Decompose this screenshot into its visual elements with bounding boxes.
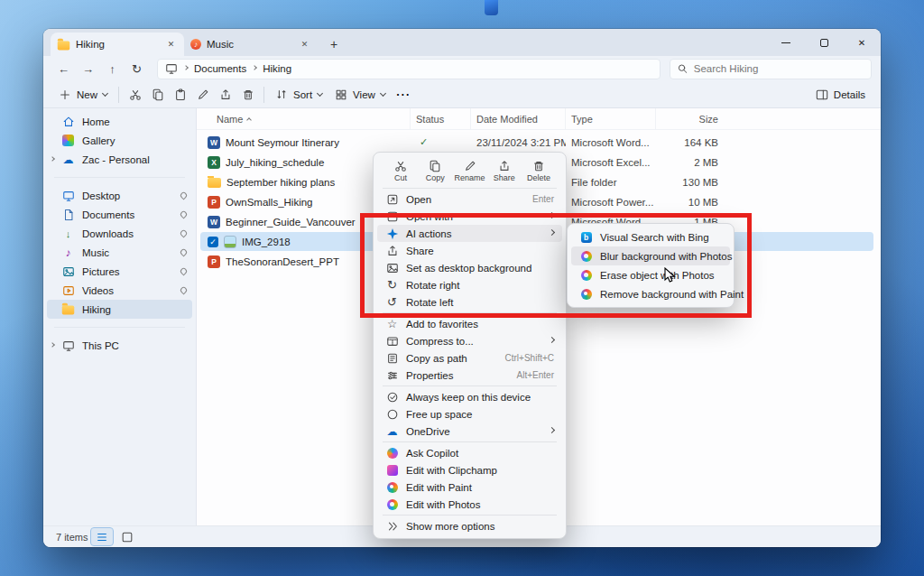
search-icon — [677, 62, 688, 75]
checkbox-checked-icon[interactable]: ✓ — [208, 237, 218, 247]
details-pane-button[interactable]: Details — [809, 83, 872, 106]
sidebar-divider — [54, 177, 185, 178]
sidebar-item-home[interactable]: Home — [47, 112, 192, 131]
address-bar: ← → ↑ ↻ Documents Hiking — [43, 56, 881, 81]
expander-icon[interactable] — [50, 156, 55, 162]
rename-quick-button[interactable]: Rename — [454, 157, 486, 184]
paste-button[interactable] — [169, 83, 191, 106]
menu-item-set-desktop-background[interactable]: Set as desktop background — [377, 259, 562, 276]
view-button[interactable]: View — [328, 83, 392, 106]
sidebar-item-downloads[interactable]: ↓ Downloads — [47, 224, 192, 243]
refresh-button[interactable]: ↻ — [125, 59, 148, 79]
menu-item-edit-with-paint[interactable]: Edit with Paint — [377, 478, 562, 496]
sidebar-item-documents[interactable]: Documents — [47, 205, 192, 224]
tab-close-icon[interactable]: ✕ — [164, 38, 178, 51]
search-input[interactable] — [694, 63, 864, 74]
sidebar-item-hiking[interactable]: Hiking — [47, 300, 192, 319]
up-button[interactable]: ↑ — [101, 59, 124, 79]
sidebar-item-videos[interactable]: Videos — [47, 281, 192, 300]
menu-item-share[interactable]: Share — [377, 242, 562, 259]
back-button[interactable]: ← — [52, 59, 75, 79]
folder-icon — [58, 41, 70, 50]
submenu-arrow-icon — [549, 229, 555, 236]
sidebar-item-this-pc[interactable]: This PC — [47, 336, 192, 355]
menu-item-open[interactable]: Open Enter — [377, 190, 562, 208]
search-box[interactable] — [670, 59, 872, 79]
column-header-date[interactable]: Date Modified — [471, 108, 566, 129]
bing-icon: b — [579, 232, 593, 243]
cut-button[interactable] — [124, 83, 146, 106]
new-tab-button[interactable]: + — [323, 33, 345, 55]
breadcrumb[interactable]: Documents Hiking — [157, 59, 661, 79]
minimize-button[interactable] — [767, 29, 805, 56]
paint-icon — [579, 289, 593, 300]
items-count: 7 items — [56, 532, 88, 543]
desktop-wallpaper: Hiking ✕ ♪ Music ✕ + ✕ ← → ↑ ↻ — [0, 0, 924, 576]
details-view-button[interactable] — [91, 528, 113, 545]
column-header-name[interactable]: Name — [208, 108, 411, 129]
column-header-size[interactable]: Size — [656, 108, 724, 129]
menu-item-ask-copilot[interactable]: Ask Copilot — [377, 444, 562, 461]
submenu-item-visual-search-bing[interactable]: b Visual Search with Bing — [571, 228, 730, 246]
sort-button[interactable]: Sort — [269, 83, 328, 106]
videos-icon — [61, 284, 75, 297]
share-button[interactable] — [214, 83, 236, 106]
tab-hiking[interactable]: Hiking ✕ — [51, 33, 184, 56]
expander-icon[interactable] — [50, 342, 55, 348]
breadcrumb-hiking[interactable]: Hiking — [263, 63, 291, 74]
excel-file-icon: X — [208, 156, 220, 169]
scissors-icon — [129, 88, 142, 101]
breadcrumb-documents[interactable]: Documents — [194, 63, 246, 74]
tab-music[interactable]: ♪ Music ✕ — [184, 33, 318, 56]
submenu-item-blur-background-photos[interactable]: Blur background with Photos — [571, 246, 730, 265]
sidebar-item-music[interactable]: ♪ Music — [47, 243, 192, 262]
thumbnail-view-button[interactable] — [116, 528, 138, 545]
cut-quick-button[interactable]: Cut — [384, 157, 417, 184]
photos-icon — [579, 270, 593, 281]
more-options-button[interactable]: ⋯ — [392, 83, 414, 106]
menu-item-onedrive[interactable]: ☁ OneDrive — [377, 423, 562, 440]
menu-item-always-keep-on-device[interactable]: Always keep on this device — [377, 388, 562, 405]
maximize-button[interactable] — [805, 29, 843, 56]
copy-quick-button[interactable]: Copy — [419, 157, 451, 184]
menu-item-edit-with-clipchamp[interactable]: Edit with Clipchamp — [377, 461, 562, 478]
submenu-item-erase-object-photos[interactable]: Erase object with Photos — [571, 265, 730, 284]
submenu-item-remove-background-paint[interactable]: Remove background with Paint — [571, 284, 730, 303]
sidebar-divider — [54, 327, 185, 328]
menu-item-show-more-options[interactable]: Show more options — [377, 517, 562, 534]
menu-divider — [383, 515, 557, 516]
rename-button[interactable] — [191, 83, 214, 106]
tab-close-icon[interactable]: ✕ — [298, 38, 311, 51]
share-quick-button[interactable]: Share — [488, 157, 521, 184]
menu-item-ai-actions[interactable]: AI actions — [377, 225, 562, 242]
copy-button[interactable] — [146, 83, 169, 106]
menu-item-compress-to[interactable]: Compress to... — [377, 332, 562, 349]
menu-item-add-to-favorites[interactable]: ☆ Add to favorites — [377, 315, 562, 332]
close-button[interactable]: ✕ — [843, 29, 881, 56]
menu-item-properties[interactable]: Properties Alt+Enter — [377, 367, 562, 384]
forward-button[interactable]: → — [77, 59, 99, 79]
delete-button[interactable] — [236, 83, 259, 106]
menu-item-rotate-right[interactable]: ↻ Rotate right — [377, 276, 562, 293]
file-row[interactable]: WMount Seymour Itinerary ✓ 23/11/2024 3:… — [200, 133, 873, 152]
menu-item-free-up-space[interactable]: Free up space — [377, 405, 562, 423]
column-header-status[interactable]: Status — [411, 108, 471, 129]
column-header-type[interactable]: Type — [566, 108, 656, 129]
menu-item-open-with[interactable]: Open with — [377, 208, 562, 225]
trash-icon — [532, 160, 545, 172]
desktop-widget-icon[interactable] — [485, 0, 498, 15]
column-headers: Name Status Date Modified Type Size — [197, 108, 881, 130]
menu-item-edit-with-photos[interactable]: Edit with Photos — [377, 496, 562, 513]
menu-item-rotate-left[interactable]: ↺ Rotate left — [377, 293, 562, 311]
copilot-icon — [385, 448, 399, 459]
separator — [118, 87, 119, 103]
delete-quick-button[interactable]: Delete — [522, 157, 555, 184]
sidebar-item-desktop[interactable]: Desktop — [47, 186, 192, 205]
new-button[interactable]: New — [52, 83, 114, 106]
pin-icon — [180, 267, 189, 276]
rotate-right-icon: ↻ — [385, 278, 399, 292]
menu-item-copy-as-path[interactable]: Copy as path Ctrl+Shift+C — [377, 349, 562, 367]
sidebar-item-onedrive[interactable]: ☁ Zac - Personal — [47, 150, 192, 169]
sidebar-item-gallery[interactable]: Gallery — [47, 131, 192, 150]
sidebar-item-pictures[interactable]: Pictures — [47, 262, 192, 281]
